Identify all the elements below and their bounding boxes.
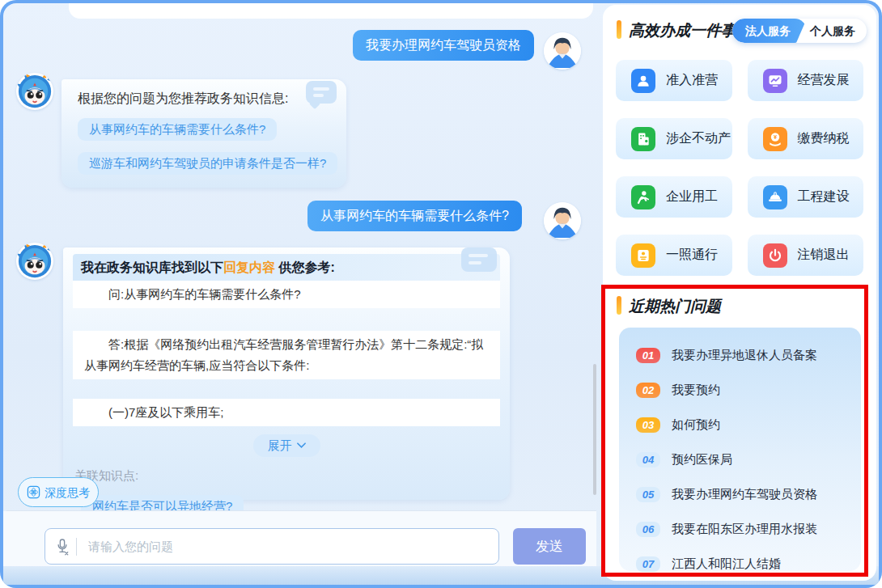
- hot-topic-item[interactable]: 01 我要办理异地退休人员备案: [636, 338, 861, 373]
- user-avatar-icon: [544, 202, 581, 239]
- qa-question: 问:从事网约车的车辆需要什么条件?: [73, 281, 500, 308]
- mascot-icon: [16, 73, 53, 110]
- related-knowledge-label: 关联知识点:: [74, 468, 510, 484]
- scrolled-message-remnant: [69, 3, 593, 19]
- user-message: 从事网约车的车辆需要什么条件?: [307, 201, 522, 231]
- recommendation-title: 根据您的问题为您推荐政务知识信息:: [78, 91, 288, 108]
- microphone-icon[interactable]: [55, 537, 70, 556]
- service-label: 缴费纳税: [798, 130, 850, 147]
- deep-think-toggle[interactable]: 深度思考: [18, 477, 99, 507]
- app-window: 我要办理网约车驾驶员资格: [0, 0, 882, 588]
- chat-bubble-icon: [461, 247, 497, 272]
- highlighted-text: 回复内容: [223, 260, 275, 274]
- chart-icon: [763, 69, 787, 93]
- hot-topic-item[interactable]: 03 如何预约: [636, 408, 861, 442]
- question-input[interactable]: [87, 539, 489, 554]
- bot-avatar: [16, 243, 53, 280]
- bot-message-answer: 我在政务知识库找到以下回复内容 供您参考: 问:从事网约车的车辆需要什么条件? …: [63, 247, 510, 500]
- section-title: 高效办成一件事: [629, 20, 736, 41]
- expand-row: 展开: [63, 434, 510, 457]
- rank-badge: 07: [636, 556, 660, 572]
- service-button[interactable]: 注销退出: [748, 235, 864, 276]
- service-button[interactable]: 准入准营: [616, 60, 732, 101]
- rank-badge: 06: [636, 522, 660, 537]
- user-avatar: [544, 202, 581, 239]
- helmet-icon: [763, 185, 787, 209]
- deep-think-label: 深度思考: [45, 486, 90, 499]
- suggested-question[interactable]: 巡游车和网约车驾驶员的申请条件是否一样?: [78, 152, 337, 175]
- hot-topic-label: 我要办理异地退休人员备案: [672, 348, 817, 363]
- service-button[interactable]: ¥ 缴费纳税: [748, 118, 864, 159]
- service-button[interactable]: 涉企不动产: [616, 118, 732, 159]
- services-panel: 高效办成一件事 法人服务 个人服务 准入准营 经营发展 涉企不动产 ¥ 缴费纳税…: [603, 5, 876, 581]
- service-type-toggle: 法人服务 个人服务: [732, 19, 867, 43]
- user-avatar: [544, 32, 581, 70]
- hot-topic-label: 如何预约: [672, 417, 720, 433]
- hot-topics-list: 01 我要办理异地退休人员备案 02 我要预约 03 如何预约 04 预约医保局…: [619, 328, 861, 571]
- rank-badge: 02: [636, 383, 660, 398]
- hot-topic-label: 我要预约: [672, 383, 720, 398]
- building-icon: [631, 127, 655, 151]
- rank-badge: 04: [636, 452, 660, 467]
- hot-topic-item[interactable]: 07 江西人和阳江人结婚: [636, 547, 861, 582]
- service-button[interactable]: 工程建设: [748, 176, 864, 218]
- service-label: 经营发展: [798, 72, 850, 89]
- hot-topic-label: 预约医保局: [672, 452, 732, 467]
- bot-message-recommendations: 根据您的问题为您推荐政务知识信息: 从事网约车的车辆需要什么条件? 巡游车和网约…: [61, 79, 346, 188]
- send-button[interactable]: 发送: [513, 528, 586, 565]
- rank-badge: 05: [636, 487, 660, 502]
- atom-icon: [27, 485, 40, 499]
- chevron-down-icon: [297, 442, 306, 449]
- service-label: 注销退出: [798, 247, 850, 264]
- section-accent-bar: [617, 296, 621, 315]
- service-label: 一照通行: [666, 247, 718, 264]
- bot-avatar: [16, 73, 53, 110]
- service-button[interactable]: 一照通行: [616, 235, 732, 276]
- coin-icon: ¥: [763, 127, 787, 151]
- expand-button[interactable]: 展开: [253, 434, 320, 457]
- service-label: 涉企不动产: [666, 130, 731, 147]
- chat-scrollbar[interactable]: [593, 364, 596, 495]
- answer-header: 我在政务知识库找到以下回复内容 供您参考:: [73, 254, 500, 281]
- tab-legal-person[interactable]: 法人服务: [732, 19, 807, 43]
- hot-topic-item[interactable]: 05 我要办理网约车驾驶员资格: [636, 477, 861, 512]
- worker-icon: [631, 185, 655, 209]
- rank-badge: 03: [636, 417, 660, 433]
- section-accent-bar: [617, 20, 621, 39]
- service-label: 企业用工: [666, 188, 718, 205]
- license-icon: [631, 243, 655, 268]
- person-icon: [631, 69, 655, 93]
- hot-topic-item[interactable]: 06 我要在阳东区办理用水报装: [636, 512, 861, 547]
- services-grid: 准入准营 经营发展 涉企不动产 ¥ 缴费纳税 企业用工 工程建设 一照通行 注销…: [616, 60, 863, 276]
- hot-topic-label: 江西人和阳江人结婚: [672, 556, 781, 572]
- hot-topic-item[interactable]: 02 我要预约: [636, 373, 861, 408]
- power-icon: [763, 243, 787, 268]
- suggested-question[interactable]: 从事网约车的车辆需要什么条件?: [78, 118, 277, 141]
- qa-answer-item: (一)7座及以下乘用车;: [73, 399, 500, 426]
- question-input-box: [45, 528, 499, 565]
- chat-bubble-icon: [306, 81, 337, 104]
- tab-individual[interactable]: 个人服务: [807, 19, 867, 43]
- divider: [76, 538, 77, 556]
- hot-topic-label: 我要在阳东区办理用水报装: [672, 522, 817, 537]
- mascot-icon: [16, 243, 53, 280]
- service-label: 工程建设: [798, 188, 850, 205]
- chat-frame: 我要办理网约车驾驶员资格: [0, 0, 882, 588]
- user-message: 我要办理网约车驾驶员资格: [353, 30, 534, 61]
- hot-topic-item[interactable]: 04 预约医保局: [636, 442, 861, 477]
- service-button[interactable]: 企业用工: [616, 176, 732, 218]
- qa-answer: 答:根据《网络预约出租汽车经营服务管理暂行办法》第十二条规定:“拟从事网约车经营…: [73, 331, 500, 379]
- hot-topic-label: 我要办理网约车驾驶员资格: [672, 487, 817, 502]
- service-button[interactable]: 经营发展: [748, 60, 864, 101]
- service-label: 准入准营: [666, 72, 718, 89]
- hot-topics-title: 近期热门问题: [629, 296, 721, 317]
- user-avatar-icon: [544, 32, 581, 70]
- rank-badge: 01: [636, 348, 660, 363]
